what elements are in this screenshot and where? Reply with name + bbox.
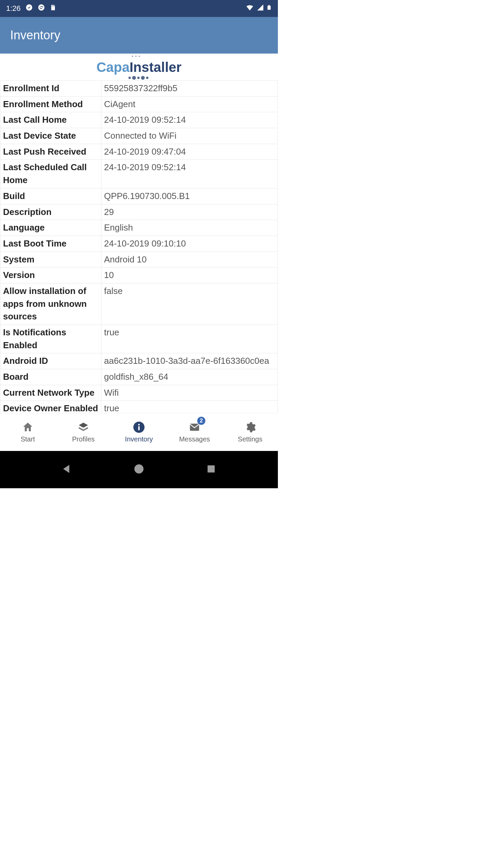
table-row: Enrollment MethodCiAgent [0,96,278,112]
table-key: Last Call Home [0,112,101,128]
nav-label-profiles: Profiles [72,435,95,443]
nav-messages[interactable]: 2 Messages [167,413,222,451]
status-time: 1:26 [6,4,21,13]
home-key[interactable] [133,463,145,476]
table-key: System [0,252,101,268]
table-row: Is Notifications Enabledtrue [0,325,278,353]
table-value: 29 [101,204,278,220]
table-key: Last Device State [0,128,101,144]
table-row: LanguageEnglish [0,220,278,236]
table-value: 24-10-2019 09:52:14 [101,112,278,128]
svg-rect-5 [138,426,140,430]
nav-label-start: Start [21,435,35,443]
inventory-table: Enrollment Id55925837322ff9b5Enrollment … [0,80,278,413]
table-key: Last Scheduled Call Home [0,160,101,188]
table-key: Is Notifications Enabled [0,325,101,353]
table-value: goldfish_x86_64 [101,369,278,385]
table-row: BuildQPP6.190730.005.B1 [0,188,278,204]
nav-start[interactable]: Start [0,413,56,451]
table-value: 24-10-2019 09:47:04 [101,144,278,160]
table-value: 55925837322ff9b5 [101,81,278,97]
check-circle-icon [25,4,33,13]
table-row: Last Call Home24-10-2019 09:52:14 [0,112,278,128]
svg-rect-9 [208,466,215,473]
table-row: Description29 [0,204,278,220]
table-value: true [101,401,278,413]
page-title: Inventory [10,28,60,42]
nav-profiles[interactable]: Profiles [56,413,111,451]
table-key: Enrollment Id [0,81,101,97]
battery-icon [266,3,272,14]
table-key: Board [0,369,101,385]
status-right [245,3,272,14]
app-bar: Inventory [0,17,278,54]
logo: CapaInstaller [96,58,181,78]
table-value: Wifi [101,385,278,401]
table-key: Enrollment Method [0,96,101,112]
table-value: aa6c231b-1010-3a3d-aa7e-6f163360c0ea [101,353,278,369]
table-key: Allow installation of apps from unknown … [0,283,101,324]
table-value: Connected to WiFi [101,128,278,144]
gear-icon [244,421,256,433]
svg-point-1 [38,4,44,11]
table-row: SystemAndroid 10 [0,252,278,268]
table-row: Android IDaa6c231b-1010-3a3d-aa7e-6f1633… [0,353,278,369]
table-row: Last Device StateConnected to WiFi [0,128,278,144]
nav-label-messages: Messages [179,435,210,443]
bottom-nav: Start Profiles Inventory 2 Messages Sett… [0,413,278,451]
table-key: Build [0,188,101,204]
table-key: Description [0,204,101,220]
table-value: 24-10-2019 09:10:10 [101,236,278,252]
table-value: Android 10 [101,252,278,268]
table-row: Last Boot Time24-10-2019 09:10:10 [0,236,278,252]
layers-icon [77,421,89,433]
table-row: Allow installation of apps from unknown … [0,283,278,324]
table-row: Last Scheduled Call Home24-10-2019 09:52… [0,160,278,188]
signal-icon [256,3,264,14]
table-value: English [101,220,278,236]
svg-rect-7 [190,424,199,431]
table-key: Last Push Received [0,144,101,160]
logo-area: CapaInstaller [0,54,278,80]
android-soft-keys [0,451,278,488]
table-key: Device Owner Enabled [0,401,101,413]
inventory-table-wrap[interactable]: Enrollment Id55925837322ff9b5Enrollment … [0,80,278,413]
svg-point-8 [134,465,143,474]
sd-card-icon [50,4,57,13]
svg-rect-2 [267,6,270,10]
nav-settings[interactable]: Settings [222,413,278,451]
table-key: Current Network Type [0,385,101,401]
recent-key[interactable] [205,463,217,476]
table-value: false [101,283,278,324]
table-key: Android ID [0,353,101,369]
table-row: Boardgoldfish_x86_64 [0,369,278,385]
table-row: Enrollment Id55925837322ff9b5 [0,81,278,97]
table-row: Version10 [0,268,278,283]
table-value: CiAgent [101,96,278,112]
table-row: Last Push Received24-10-2019 09:47:04 [0,144,278,160]
nav-label-settings: Settings [238,435,262,443]
table-key: Last Boot Time [0,236,101,252]
back-key[interactable] [61,463,73,476]
logo-part2: Installer [129,60,181,75]
messages-badge: 2 [197,417,205,425]
swirl-icon [38,4,45,13]
table-row: Device Owner Enabledtrue [0,401,278,413]
home-icon [22,421,34,433]
table-value: 10 [101,268,278,283]
table-row: Current Network TypeWifi [0,385,278,401]
wifi-icon [245,3,254,14]
nav-label-inventory: Inventory [125,435,153,443]
status-left: 1:26 [6,4,57,13]
nav-inventory[interactable]: Inventory [111,413,167,451]
table-value: 24-10-2019 09:52:14 [101,160,278,188]
svg-point-6 [138,424,140,426]
status-bar: 1:26 [0,0,278,17]
logo-part1: Capa [96,60,129,75]
table-key: Language [0,220,101,236]
table-value: QPP6.190730.005.B1 [101,188,278,204]
table-value: true [101,325,278,353]
table-key: Version [0,268,101,283]
info-icon [133,421,145,433]
svg-rect-3 [268,5,270,6]
